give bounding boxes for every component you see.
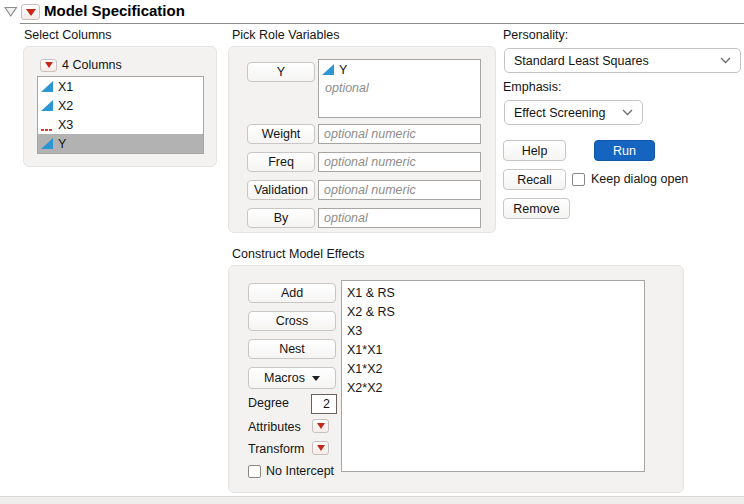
attributes-menu-button[interactable] [312, 419, 329, 433]
column-item[interactable]: X1 [38, 77, 203, 96]
column-name: X2 [58, 99, 73, 113]
red-triangle-icon [317, 445, 325, 451]
remove-button[interactable]: Remove [503, 198, 570, 219]
column-name: X3 [58, 118, 73, 132]
role-input[interactable] [318, 152, 481, 172]
columns-count-label: 4 Columns [62, 58, 122, 72]
column-item[interactable]: Y [38, 134, 203, 153]
transform-label: Transform [248, 442, 305, 456]
emphasis-value: Effect Screening [514, 106, 606, 120]
add-button[interactable]: Add [248, 283, 336, 303]
chevron-down-icon [720, 57, 731, 64]
red-triangle-icon [26, 9, 36, 16]
role-row: By [247, 208, 481, 228]
personality-select[interactable]: Standard Least Squares [504, 48, 741, 73]
run-button[interactable]: Run [594, 140, 655, 161]
effect-name: X1*X2 [347, 362, 382, 376]
effect-item[interactable]: X1 & RS [342, 283, 644, 302]
no-intercept-checkbox[interactable] [248, 465, 261, 478]
y-role-value: Y [339, 63, 347, 77]
role-row: Weight [247, 124, 481, 144]
no-intercept-label: No Intercept [266, 464, 334, 478]
attributes-label: Attributes [248, 420, 301, 434]
effect-name: X3 [347, 324, 362, 338]
select-columns-label: Select Columns [24, 28, 112, 42]
bottom-status-strip [0, 496, 744, 504]
keep-dialog-open-label: Keep dialog open [591, 172, 688, 186]
column-item[interactable]: X3 [38, 115, 203, 134]
red-triangle-menu-button[interactable] [21, 4, 40, 20]
role-input[interactable] [318, 124, 481, 144]
column-name: X1 [58, 80, 73, 94]
effect-name: X1*X1 [347, 343, 382, 357]
columns-menu-button[interactable] [40, 59, 57, 72]
emphasis-select[interactable]: Effect Screening [504, 100, 643, 125]
help-button[interactable]: Help [503, 140, 566, 161]
chevron-down-icon [622, 109, 633, 116]
effect-item[interactable]: X2 & RS [342, 302, 644, 321]
column-name: Y [58, 137, 66, 151]
pick-role-variables-panel: Y Y optional Weight Freq Valid [228, 46, 496, 233]
outline-disclosure-icon[interactable] [4, 6, 18, 21]
y-role-entry[interactable]: Y [319, 60, 480, 79]
model-specification-dialog: Model Specification Select Columns 4 Col… [0, 0, 744, 504]
red-triangle-icon [45, 62, 53, 68]
degree-label: Degree [248, 396, 289, 410]
emphasis-label: Emphasis: [503, 80, 561, 94]
personality-label: Personality: [503, 28, 568, 42]
continuous-icon [41, 137, 54, 150]
y-role-placeholder: optional [319, 79, 480, 96]
continuous-icon [322, 63, 335, 76]
nominal-icon [41, 118, 54, 131]
role-row: Freq [247, 152, 481, 172]
column-item[interactable]: X2 [38, 96, 203, 115]
keep-dialog-open-checkbox[interactable] [572, 173, 585, 186]
continuous-icon [41, 99, 54, 112]
role-button[interactable]: Weight [247, 124, 315, 144]
role-button[interactable]: Validation [247, 180, 315, 200]
role-input[interactable] [318, 208, 481, 228]
continuous-icon [41, 80, 54, 93]
nest-button[interactable]: Nest [248, 339, 336, 359]
red-triangle-icon [317, 423, 325, 429]
y-role-box[interactable]: Y optional [318, 59, 481, 118]
effect-name: X1 & RS [347, 286, 395, 300]
effect-name: X2*X2 [347, 381, 382, 395]
effect-name: X2 & RS [347, 305, 395, 319]
effect-item[interactable]: X2*X2 [342, 378, 644, 397]
columns-list[interactable]: X1 X2 X3 Y [37, 76, 204, 154]
page-title: Model Specification [44, 2, 185, 19]
construct-model-effects-panel: Add Cross Nest Macros Degree Attributes … [228, 265, 684, 493]
effects-list[interactable]: X1 & RS X2 & RS X3 X1*X1 X1*X2 [341, 280, 645, 472]
role-button[interactable]: By [247, 208, 315, 228]
pick-role-variables-label: Pick Role Variables [232, 28, 339, 42]
effect-item[interactable]: X1*X2 [342, 359, 644, 378]
recall-button[interactable]: Recall [503, 169, 566, 190]
macros-button[interactable]: Macros [248, 367, 336, 389]
role-row: Validation [247, 180, 481, 200]
effect-item[interactable]: X1*X1 [342, 340, 644, 359]
select-columns-panel: 4 Columns X1 X2 X3 [23, 46, 217, 167]
role-button[interactable]: Freq [247, 152, 315, 172]
transform-menu-button[interactable] [312, 441, 329, 455]
construct-model-effects-label: Construct Model Effects [232, 247, 364, 261]
header-divider [20, 23, 744, 24]
role-input[interactable] [318, 180, 481, 200]
caret-down-icon [312, 376, 320, 381]
personality-value: Standard Least Squares [514, 54, 649, 68]
macros-label: Macros [264, 371, 305, 385]
degree-input[interactable] [311, 394, 337, 414]
cross-button[interactable]: Cross [248, 311, 336, 331]
effect-item[interactable]: X3 [342, 321, 644, 340]
y-role-button[interactable]: Y [247, 62, 315, 82]
